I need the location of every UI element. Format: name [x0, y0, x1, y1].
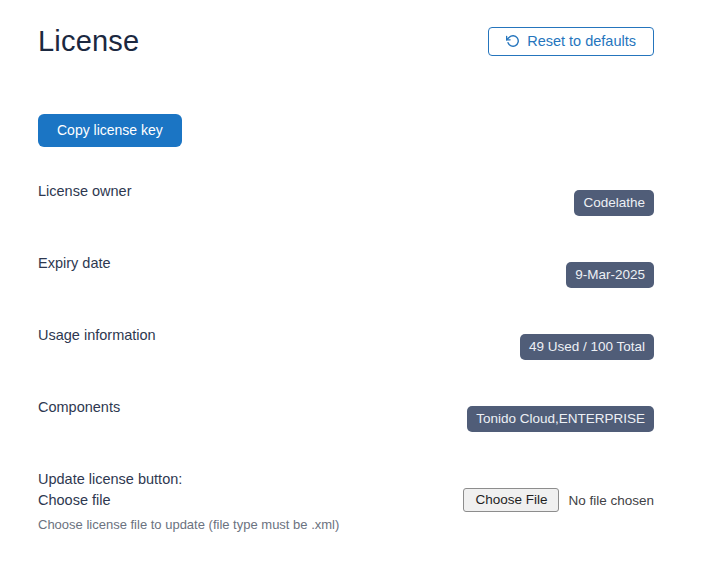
- components-label: Components: [38, 397, 120, 418]
- usage-information-value-badge: 49 Used / 100 Total: [520, 334, 654, 360]
- usage-information-label: Usage information: [38, 325, 156, 346]
- rotate-ccw-icon: [506, 34, 520, 48]
- components-value-badge: Tonido Cloud,ENTERPRISE: [467, 406, 654, 432]
- expiry-date-label: Expiry date: [38, 253, 111, 274]
- update-license-row: Update license button: Choose file Choos…: [38, 469, 654, 541]
- reset-to-defaults-button[interactable]: Reset to defaults: [488, 27, 654, 56]
- usage-information-row: Usage information 49 Used / 100 Total: [38, 325, 654, 397]
- page-title: License: [38, 24, 139, 58]
- copy-license-key-button[interactable]: Copy license key: [38, 114, 182, 147]
- license-owner-label: License owner: [38, 181, 132, 202]
- license-settings-page: License Reset to defaults Copy license k…: [0, 24, 707, 541]
- license-fields: License owner Codelathe Expiry date 9-Ma…: [38, 181, 654, 541]
- license-owner-value-badge: Codelathe: [574, 190, 654, 216]
- file-chosen-status: No file chosen: [568, 493, 654, 508]
- reset-button-label: Reset to defaults: [527, 33, 636, 49]
- expiry-date-value-badge: 9-Mar-2025: [566, 262, 654, 288]
- license-owner-row: License owner Codelathe: [38, 181, 654, 253]
- update-license-help-text: Choose license file to update (file type…: [38, 517, 398, 532]
- choose-file-button[interactable]: Choose File: [463, 488, 559, 512]
- update-license-label: Update license button: Choose file: [38, 469, 188, 511]
- components-row: Components Tonido Cloud,ENTERPRISE: [38, 397, 654, 469]
- update-license-labels: Update license button: Choose file Choos…: [38, 469, 398, 532]
- license-file-input[interactable]: Choose File No file chosen: [463, 488, 654, 512]
- expiry-date-row: Expiry date 9-Mar-2025: [38, 253, 654, 325]
- page-header: License Reset to defaults: [38, 24, 654, 58]
